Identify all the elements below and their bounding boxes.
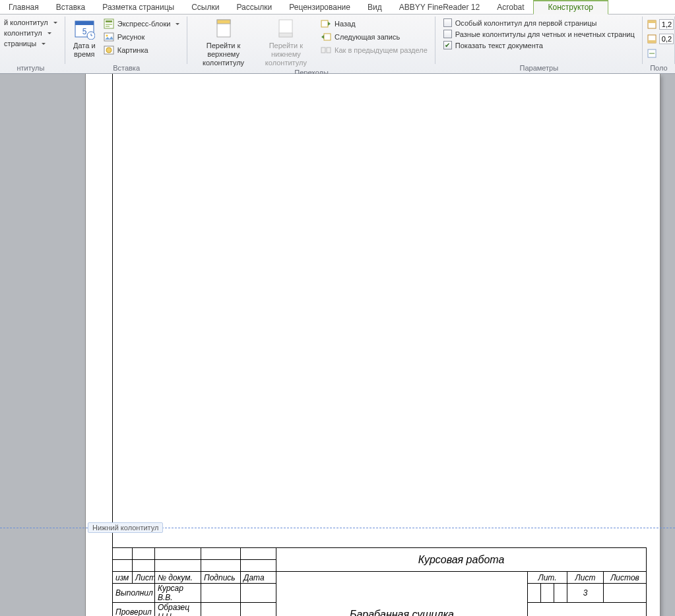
btn-goto-header[interactable]: Перейти к верхнему колонтитулу	[191, 16, 255, 69]
cell-blank[interactable]	[241, 560, 276, 572]
tab-refs[interactable]: Ссылки	[183, 1, 228, 14]
cell-blank[interactable]	[113, 548, 133, 560]
svg-rect-7	[106, 26, 110, 27]
tab-insert[interactable]: Вставка	[48, 1, 94, 14]
picture-icon	[104, 32, 114, 42]
back-label: Назад	[335, 20, 356, 28]
btn-back[interactable]: Назад	[319, 18, 429, 30]
sign-2[interactable]	[201, 603, 241, 617]
tab-abbyy[interactable]: ABBYY FineReader 12	[391, 1, 489, 14]
group-options: Особый колонтитул для первой страницы Ра…	[435, 15, 643, 73]
chk-show-doc[interactable]: ✔ Показать текст документа	[442, 40, 636, 50]
picture-label: Рисунок	[117, 33, 145, 41]
name-2[interactable]: Образец Н.Н.	[155, 603, 201, 617]
btn-date-time[interactable]: 5 Дата и время	[69, 16, 100, 60]
chk-odd-even[interactable]: Разные колонтитулы для четных и нечетных…	[442, 29, 636, 39]
sign-1[interactable]	[201, 584, 241, 603]
checkbox-icon	[443, 30, 452, 38]
title-block-table: Курсовая работа изм Лист № докум. Подпис…	[112, 547, 647, 616]
group-insert: 5 Дата и время Экспресс-блоки Рисунок	[65, 15, 188, 73]
goto-header-l1: Перейти к верхнему	[195, 42, 251, 59]
btn-prev-section[interactable]: Как в предыдущем разделе	[319, 44, 429, 56]
tab-layout[interactable]: Разметка страницы	[94, 1, 183, 14]
btn-header[interactable]: й колонтитул	[3, 18, 59, 27]
quick-parts-icon	[104, 18, 114, 29]
chk-first-page[interactable]: Особый колонтитул для первой страницы	[442, 18, 636, 28]
svg-point-11	[106, 47, 112, 53]
goto-footer-icon	[274, 18, 297, 40]
footer-pos-value[interactable]: 0,2	[659, 34, 674, 44]
svg-rect-5	[106, 20, 112, 22]
hf-header-label: й колонтитул	[4, 18, 48, 26]
btn-next[interactable]: Следующая запись	[319, 31, 429, 43]
pages-total[interactable]	[604, 584, 647, 603]
cell-blank[interactable]	[201, 560, 241, 572]
goto-footer-l1: Перейти к нижнему	[259, 42, 313, 59]
cell-project-name[interactable]: Барабанная сушилка	[276, 572, 528, 617]
spin-footer-pos[interactable]: 0,2	[647, 34, 674, 44]
hdr-list: Лист	[133, 572, 155, 584]
svg-rect-21	[648, 20, 656, 23]
header-pos-icon	[647, 19, 657, 30]
tab-review[interactable]: Рецензирование	[280, 1, 359, 14]
calendar-icon: 5	[73, 18, 96, 40]
cell-org[interactable]: АфГУ ПР-00-20	[528, 603, 647, 617]
lit-a[interactable]	[528, 584, 541, 603]
page-num[interactable]: 3	[567, 584, 604, 603]
cell-blank[interactable]	[155, 560, 201, 572]
svg-rect-8	[104, 33, 113, 41]
svg-rect-13	[217, 20, 230, 24]
lit-c[interactable]	[554, 584, 567, 603]
role-1[interactable]: Выполнил	[113, 584, 155, 603]
page-frame	[112, 74, 660, 616]
cell-blank[interactable]	[155, 548, 201, 560]
tab-acrobat[interactable]: Acrobat	[488, 1, 532, 14]
chk-first-label: Особый колонтитул для первой страницы	[455, 19, 597, 27]
cell-blank[interactable]	[241, 548, 276, 560]
svg-rect-23	[648, 40, 656, 43]
btn-clipart[interactable]: Картинка	[102, 44, 181, 56]
svg-point-9	[106, 35, 108, 37]
hdr-page: Лист	[567, 572, 604, 584]
tab-designer[interactable]: Конструктор	[533, 0, 608, 15]
date-2[interactable]	[241, 603, 276, 617]
hdr-izm: изм	[113, 572, 133, 584]
hf-footer-label: колонтитул	[4, 29, 42, 37]
hf-page-label: страницы	[4, 40, 36, 47]
name-1[interactable]: Курсар В.В.	[155, 584, 201, 603]
cell-blank[interactable]	[133, 560, 155, 572]
goto-header-l2: колонтитулу	[203, 59, 244, 67]
lit-b[interactable]	[541, 584, 554, 603]
btn-footer[interactable]: колонтитул	[3, 28, 59, 38]
group-opts-label: Параметры	[439, 64, 639, 73]
chk-show-doc-label: Показать текст документа	[455, 42, 543, 49]
svg-rect-1	[75, 21, 94, 25]
svg-text:5: 5	[82, 27, 86, 36]
cell-blank[interactable]	[201, 548, 241, 560]
tab-home[interactable]: Главная	[0, 1, 48, 14]
spin-header-pos[interactable]: 1,2	[647, 19, 674, 30]
svg-rect-16	[321, 20, 328, 27]
title-block[interactable]: Курсовая работа изм Лист № докум. Подпис…	[112, 547, 647, 616]
btn-quick-parts[interactable]: Экспресс-блоки	[102, 18, 181, 30]
goto-footer-l2: колонтитулу	[265, 59, 307, 67]
btn-goto-footer[interactable]: Перейти к нижнему колонтитулу	[255, 16, 317, 69]
cell-blank[interactable]	[133, 548, 155, 560]
date-1[interactable]	[241, 584, 276, 603]
group-pos-label: Поло	[647, 64, 671, 73]
spin-tab-insert[interactable]	[647, 48, 657, 59]
cell-top-title[interactable]: Курсовая работа	[276, 548, 647, 572]
group-header-footer: й колонтитул колонтитул страницы нтитулы	[0, 15, 65, 73]
header-pos-value[interactable]: 1,2	[659, 19, 674, 30]
cell-blank[interactable]	[113, 560, 133, 572]
btn-page-number[interactable]: страницы	[3, 39, 59, 48]
chk-odd-even-label: Разные колонтитулы для четных и нечетных…	[455, 30, 635, 38]
document-page[interactable]	[86, 74, 660, 616]
tab-view[interactable]: Вид	[359, 1, 391, 14]
svg-rect-6	[106, 24, 112, 25]
tab-mailings[interactable]: Рассылки	[228, 1, 280, 14]
role-2[interactable]: Проверил	[113, 603, 155, 617]
ribbon-body: й колонтитул колонтитул страницы нтитулы…	[0, 15, 675, 74]
btn-picture[interactable]: Рисунок	[102, 31, 181, 43]
clipart-icon	[104, 45, 114, 55]
